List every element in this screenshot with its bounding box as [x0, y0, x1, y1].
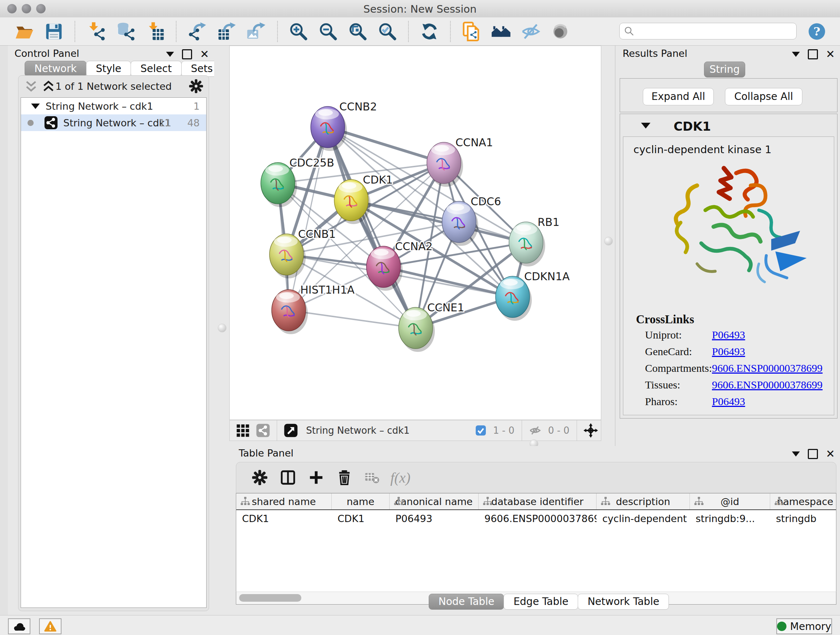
hidden-eye-slash-icon[interactable]	[529, 424, 542, 437]
entry-collapse-icon[interactable]	[641, 123, 651, 128]
eye-slash-icon[interactable]	[521, 22, 540, 41]
table-toolbar: f(x)	[236, 462, 836, 493]
save-session-icon[interactable]	[44, 22, 64, 41]
network-view-canvas[interactable]: CCNB2 CCNA1 CDC25B CDK1	[229, 46, 601, 420]
right-splitter[interactable]	[601, 46, 615, 446]
grid-view-icon[interactable]	[235, 423, 250, 438]
entry-header[interactable]: CDK1	[620, 114, 837, 136]
cloud-button[interactable]	[8, 618, 30, 634]
zoom-selected-icon[interactable]	[378, 22, 397, 41]
network-node-CDKN1A[interactable]: CDKN1A	[496, 270, 570, 321]
search-input[interactable]	[635, 24, 796, 39]
table-cell: stringdb:9...	[690, 513, 770, 524]
left-splitter-knob[interactable]	[218, 324, 226, 333]
column-header--id[interactable]: @id	[690, 494, 770, 509]
delete-table-icon[interactable]	[364, 470, 379, 485]
column-header-description[interactable]: description	[597, 494, 690, 509]
results-panel-collapse-icon[interactable]	[792, 52, 800, 57]
expand-all-button[interactable]: Expand All	[643, 88, 714, 105]
create-column-plus-icon[interactable]	[308, 469, 325, 486]
network-collection-row[interactable]: String Network – cdk1 1	[21, 98, 206, 114]
tab-network[interactable]: Network	[25, 61, 87, 77]
column-header-shared-name[interactable]: shared name	[236, 494, 332, 509]
table-options-gear-icon[interactable]	[251, 469, 268, 486]
main-toolbar: ?	[0, 17, 840, 46]
column-header-namespace[interactable]: namespace	[770, 494, 836, 509]
import-network-icon[interactable]	[86, 22, 106, 41]
open-session-icon[interactable]	[14, 22, 34, 41]
crosslink-link[interactable]: P06493	[712, 395, 745, 408]
column-header-name[interactable]: name	[332, 494, 390, 509]
document-share-icon[interactable]	[462, 22, 481, 41]
tab-node-table[interactable]: Node Table	[429, 594, 504, 610]
table-panel-close-icon[interactable]: ✕	[826, 450, 835, 458]
eye-icon[interactable]	[551, 22, 570, 41]
toolbar-separator	[408, 21, 409, 42]
control-panel-close-icon[interactable]: ✕	[200, 50, 209, 58]
zoom-in-icon[interactable]	[289, 22, 308, 41]
node-label-CCNB1: CCNB1	[298, 228, 336, 241]
control-panel-collapse-icon[interactable]	[166, 52, 174, 57]
results-panel-float-icon[interactable]	[808, 49, 818, 59]
open-in-new-window-icon[interactable]	[284, 423, 298, 438]
crosslink-row: Tissues: 9606.ENSP00000378699	[645, 379, 680, 391]
window-title: Session: New Session	[0, 3, 840, 15]
tab-style[interactable]: Style	[86, 61, 131, 77]
crosslink-link[interactable]: P06493	[712, 329, 745, 341]
tab-network-table[interactable]: Network Table	[578, 594, 669, 610]
collection-expand-icon[interactable]	[31, 103, 40, 109]
share-view-icon[interactable]	[256, 423, 270, 438]
table-panel-collapse-icon[interactable]	[792, 451, 800, 456]
network-node-CCNE1[interactable]: CCNE1	[399, 301, 464, 352]
apply-layout-icon[interactable]	[420, 22, 439, 41]
export-image-icon[interactable]	[247, 22, 266, 41]
network-node-CCNB2[interactable]: CCNB2	[311, 100, 377, 151]
export-network-icon[interactable]	[187, 22, 207, 41]
memory-button[interactable]: Memory	[776, 618, 832, 634]
left-splitter[interactable]	[214, 46, 229, 616]
tab-edge-table[interactable]: Edge Table	[504, 594, 578, 610]
network-node-CDC6[interactable]: CDC6	[442, 195, 501, 246]
network-node-CCNB1[interactable]: CCNB1	[270, 228, 336, 279]
control-panel-float-icon[interactable]	[182, 49, 192, 59]
results-panel-close-icon[interactable]: ✕	[826, 50, 835, 58]
crosslink-link[interactable]: 9606.ENSP00000378699	[712, 362, 823, 374]
network-name: String Network – cdk1	[63, 117, 171, 128]
scrollbar-thumb[interactable]	[239, 594, 302, 602]
export-table-icon[interactable]	[217, 22, 237, 41]
crosslink-link[interactable]: 9606.ENSP00000378699	[712, 379, 823, 391]
collection-name: String Network – cdk1	[46, 101, 153, 112]
search-box[interactable]	[619, 23, 797, 40]
zoom-out-icon[interactable]	[318, 22, 338, 41]
help-button[interactable]: ?	[807, 22, 826, 41]
warnings-button[interactable]	[39, 618, 62, 634]
network-node-RB1[interactable]: RB1	[509, 216, 560, 266]
crosslink-row: Pharos: P06493	[645, 395, 677, 408]
network-node-HIST1H1A[interactable]: HIST1H1A	[272, 283, 355, 334]
import-table-icon[interactable]	[145, 22, 165, 41]
protein-structure-image	[634, 161, 826, 309]
tab-select[interactable]: Select	[131, 61, 181, 77]
tab-string[interactable]: String	[704, 62, 745, 78]
zoom-fit-icon[interactable]	[348, 22, 368, 41]
table-panel-float-icon[interactable]	[808, 449, 818, 459]
crosslink-link[interactable]: P06493	[712, 345, 745, 358]
table-panel-title: Table Panel	[239, 448, 294, 459]
birdseye-crosshair-icon[interactable]	[584, 423, 598, 438]
network-options-gear-icon[interactable]	[188, 79, 204, 94]
delete-column-trash-icon[interactable]	[336, 469, 353, 486]
show-columns-icon[interactable]	[279, 469, 296, 486]
column-header-canonical-name[interactable]: canonical name	[390, 494, 478, 509]
import-database-icon[interactable]	[116, 22, 135, 41]
network-edge-count: 48	[187, 117, 200, 128]
column-header-database-identifier[interactable]: database identifier	[478, 494, 597, 509]
table-row[interactable]: CDK1CDK1P064939606.ENSP00000378699cyclin…	[236, 510, 836, 527]
right-splitter-knob[interactable]	[604, 237, 613, 245]
network-row[interactable]: String Network – cdk1 11 48	[21, 114, 206, 131]
houses-icon[interactable]	[491, 22, 511, 41]
collapse-all-button[interactable]: Collapse All	[725, 88, 802, 105]
function-builder-icon[interactable]: f(x)	[390, 469, 411, 486]
node-label-CCNE1: CCNE1	[427, 301, 464, 314]
crosslink-row: Uniprot: P06493	[645, 329, 682, 341]
selected-checkbox-icon[interactable]	[475, 424, 486, 436]
